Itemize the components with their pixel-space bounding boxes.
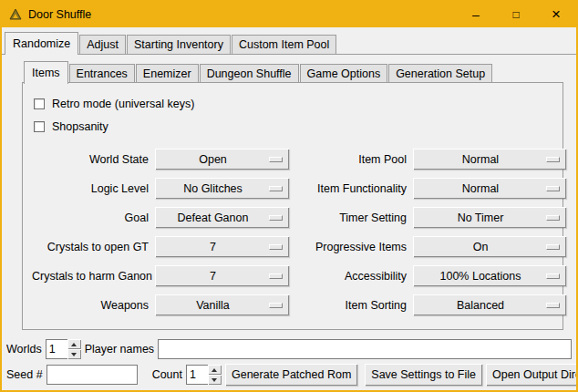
tab-custom-item-pool[interactable]: Custom Item Pool — [232, 35, 336, 54]
dropdown-indicator-icon — [546, 157, 560, 162]
item-pool-label: Item Pool — [295, 153, 407, 166]
shopsanity-label: Shopsanity — [52, 120, 108, 133]
seed-label: Seed # — [6, 368, 43, 381]
tab-entrances[interactable]: Entrances — [69, 64, 135, 83]
crystals-harm-ganon-dropdown[interactable]: 7 — [155, 265, 289, 286]
player-names-input[interactable] — [158, 339, 572, 359]
dropdown-indicator-icon — [269, 186, 283, 191]
dropdown-indicator-icon — [269, 215, 283, 221]
retro-mode-checkbox[interactable] — [34, 98, 45, 109]
goal-value: Defeat Ganon — [178, 211, 249, 224]
goal-dropdown[interactable]: Defeat Ganon — [155, 207, 289, 228]
save-settings-button[interactable]: Save Settings to File — [365, 364, 482, 386]
item-functionality-label: Item Functionality — [295, 182, 407, 195]
spin-up-icon[interactable] — [208, 365, 222, 375]
accessibility-dropdown[interactable]: 100% Locations — [413, 265, 566, 286]
item-sorting-value: Balanced — [457, 299, 504, 312]
world-state-value: Open — [199, 153, 227, 166]
dropdown-indicator-icon — [269, 273, 283, 279]
dropdown-indicator-icon — [546, 244, 560, 250]
world-state-dropdown[interactable]: Open — [155, 149, 289, 170]
minimize-icon[interactable]: – — [456, 2, 496, 27]
crystals-open-gt-label: Crystals to open GT — [32, 241, 149, 253]
dropdown-indicator-icon — [546, 303, 560, 308]
timer-setting-label: Timer Setting — [295, 211, 407, 224]
bottom-controls: Worlds Player names Seed # Count — [6, 339, 572, 386]
count-spin-buttons — [208, 365, 222, 385]
spin-down-icon[interactable] — [208, 375, 222, 385]
open-output-directory-button[interactable]: Open Output Directory — [486, 364, 578, 386]
weapons-value: Vanilla — [196, 299, 230, 312]
tab-generation-setup[interactable]: Generation Setup — [388, 64, 492, 83]
shopsanity-row: Shopsanity — [34, 115, 553, 138]
worlds-spinbox — [46, 339, 81, 359]
window-title: Door Shuffle — [28, 8, 91, 21]
tab-game-options[interactable]: Game Options — [300, 64, 388, 83]
item-sorting-dropdown[interactable]: Balanced — [413, 294, 566, 315]
dropdown-indicator-icon — [546, 215, 560, 221]
tab-enemizer[interactable]: Enemizer — [136, 64, 199, 83]
maximize-icon[interactable]: □ — [496, 2, 536, 27]
item-functionality-value: Normal — [462, 182, 499, 195]
seed-row: Seed # Count Generate Patched Rom Save S… — [6, 364, 572, 386]
randomize-panel: Items Entrances Enemizer Dungeon Shuffle… — [22, 61, 563, 330]
crystals-open-gt-dropdown[interactable]: 7 — [155, 236, 289, 257]
dropdown-indicator-icon — [546, 273, 560, 279]
accessibility-value: 100% Locations — [440, 270, 521, 283]
crystals-harm-ganon-label: Crystals to harm Ganon — [32, 270, 149, 283]
items-panel: Retro mode (universal keys) Shopsanity W… — [22, 82, 563, 330]
world-state-label: World State — [32, 153, 149, 166]
crystals-open-gt-value: 7 — [210, 241, 216, 253]
progressive-items-dropdown[interactable]: On — [413, 236, 566, 257]
progressive-items-label: Progressive Items — [295, 241, 407, 253]
item-pool-value: Normal — [462, 153, 499, 166]
timer-setting-value: No Timer — [458, 211, 504, 224]
spin-down-icon[interactable] — [67, 349, 81, 359]
player-names-label: Player names — [85, 343, 154, 356]
item-sorting-label: Item Sorting — [295, 299, 407, 312]
worlds-spin-buttons — [67, 339, 81, 359]
weapons-label: Weapons — [32, 299, 149, 312]
accessibility-label: Accessibility — [295, 270, 407, 283]
count-spinbox — [186, 365, 222, 385]
shopsanity-checkbox[interactable] — [34, 121, 45, 132]
outer-tab-bar: Randomize Adjust Starting Inventory Cust… — [2, 27, 576, 55]
tab-starting-inventory[interactable]: Starting Inventory — [127, 35, 231, 54]
tab-items[interactable]: Items — [24, 61, 68, 84]
door-shuffle-window: Door Shuffle – □ × Randomize Adjust Star… — [0, 0, 578, 392]
options-grid: World State Open Item Pool Normal Logic … — [32, 149, 553, 315]
close-icon[interactable]: × — [536, 2, 576, 27]
progressive-items-value: On — [473, 241, 489, 253]
logic-level-dropdown[interactable]: No Glitches — [155, 178, 289, 199]
count-input[interactable] — [186, 365, 208, 385]
weapons-dropdown[interactable]: Vanilla — [155, 294, 289, 315]
logic-level-label: Logic Level — [32, 182, 149, 195]
dropdown-indicator-icon — [269, 303, 283, 308]
goal-label: Goal — [32, 211, 149, 224]
caption-buttons: – □ × — [456, 2, 576, 27]
app-icon — [8, 7, 23, 22]
generate-patched-rom-button[interactable]: Generate Patched Rom — [225, 364, 357, 386]
tab-adjust[interactable]: Adjust — [79, 35, 126, 54]
count-label: Count — [152, 368, 182, 381]
worlds-input[interactable] — [46, 339, 67, 359]
dropdown-indicator-icon — [546, 186, 560, 191]
item-functionality-dropdown[interactable]: Normal — [413, 178, 566, 199]
dropdown-indicator-icon — [269, 157, 283, 162]
retro-mode-label: Retro mode (universal keys) — [52, 98, 194, 110]
logic-level-value: No Glitches — [183, 182, 243, 195]
item-pool-dropdown[interactable]: Normal — [413, 149, 566, 170]
crystals-harm-ganon-value: 7 — [210, 270, 216, 283]
dropdown-indicator-icon — [269, 244, 283, 250]
worlds-label: Worlds — [6, 343, 42, 356]
titlebar[interactable]: Door Shuffle – □ × — [2, 2, 576, 27]
retro-mode-row: Retro mode (universal keys) — [34, 92, 553, 115]
spin-up-icon[interactable] — [67, 339, 81, 349]
worlds-row: Worlds Player names — [6, 339, 572, 359]
timer-setting-dropdown[interactable]: No Timer — [413, 207, 566, 228]
tab-randomize[interactable]: Randomize — [5, 32, 78, 55]
inner-tab-bar: Items Entrances Enemizer Dungeon Shuffle… — [22, 61, 563, 83]
seed-input[interactable] — [46, 365, 138, 385]
tab-dungeon-shuffle[interactable]: Dungeon Shuffle — [200, 64, 299, 83]
